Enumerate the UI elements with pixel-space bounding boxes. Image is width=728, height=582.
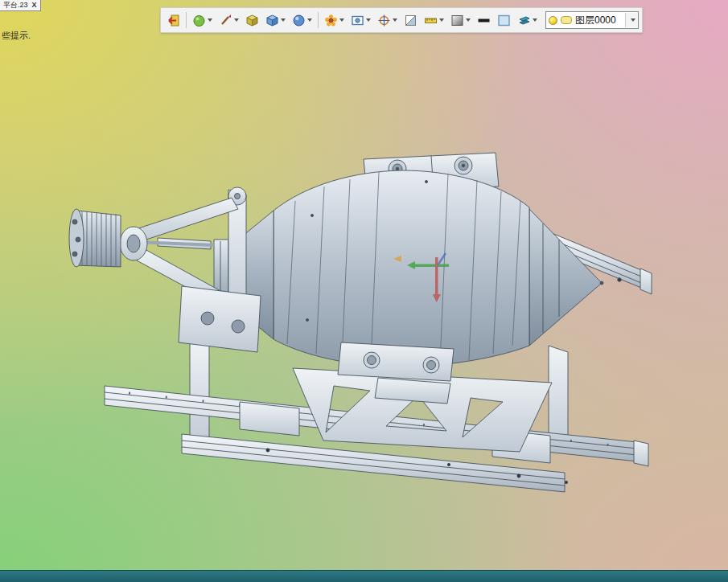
nose-cone[interactable] [529,209,603,346]
dropdown-caret[interactable] [339,18,344,22]
scene-sphere-button[interactable] [290,9,315,31]
top-bolt-right-dot [462,164,465,167]
mid-bolt-left-hex [368,356,376,365]
nose-cone-tip [600,281,603,285]
background-swatch-icon [450,14,464,27]
camera-view-button[interactable] [348,9,373,31]
bearing-hole-2 [232,320,245,333]
document-tab[interactable]: 平台.23 X [0,0,41,11]
decal-flower-icon [324,14,338,27]
texture-cube-icon [265,14,279,27]
exit-appearance-button[interactable] [164,9,183,31]
nose-cone-body[interactable] [529,209,602,346]
dropdown-caret[interactable] [234,18,239,22]
bearing-plate-body[interactable] [179,286,261,352]
dropdown-caret[interactable] [533,18,537,22]
top-bolt-left-dot [396,167,399,170]
edge-display-button[interactable] [475,9,493,31]
mid-mount-plate[interactable] [338,342,454,404]
render-toolbar: 图层0000 [160,7,643,33]
model-assembly[interactable] [69,153,652,492]
barrel-rivet-2 [306,318,308,321]
bearing-plate[interactable] [179,286,261,352]
left-support-leg[interactable] [190,341,209,447]
appearance-cube-icon [245,14,259,27]
dropdown-caret[interactable] [439,18,444,22]
rear-rail-bolt [618,278,622,282]
edit-appearance-button[interactable] [216,9,241,31]
main-barrel-body[interactable] [274,170,529,367]
tab-close-button[interactable]: X [32,2,37,9]
display-layers-icon [517,14,531,27]
background-swatch-button[interactable] [448,9,473,31]
edge-display-icon [477,14,491,27]
main-barrel[interactable] [274,170,529,367]
rear-rail-endcap[interactable] [640,268,652,294]
flange-hole-3 [72,252,77,256]
measure-grid-icon [424,14,438,27]
hint-text: 些提示. [2,30,31,42]
front-rail-endcap[interactable] [634,441,648,466]
toolbar-separator [186,12,187,28]
dropdown-caret[interactable] [393,18,397,22]
barrel-rivet-1 [311,214,313,216]
layer-combobox[interactable]: 图层0000 [545,11,639,29]
dropdown-caret[interactable] [307,18,312,22]
status-bar [0,570,728,582]
display-layers-button[interactable] [515,9,540,31]
document-tab-title: 平台.23 [3,0,28,10]
yoke-arm-upper[interactable] [134,198,238,241]
camera-view-icon [351,14,364,27]
viewport-pane-button[interactable] [495,9,513,31]
appearance-cube-button[interactable] [243,9,261,31]
decal-flower-button[interactable] [322,9,347,31]
scene-sphere-icon [292,14,306,27]
dropdown-caret[interactable] [281,18,286,22]
viewport-pane-icon [497,14,511,27]
cad-application-window: 平台.23 X 些提示. [0,0,728,582]
layer-combobox-caret[interactable] [625,13,638,27]
dropdown-caret[interactable] [466,18,471,22]
ribbed-coupling[interactable] [69,209,121,267]
apply-appearance-icon [192,14,206,27]
dropdown-caret[interactable] [366,18,371,22]
edit-appearance-icon [219,14,232,27]
flange-hole-2 [76,237,80,242]
triad-green-axis [414,264,449,268]
triad-red-axis [435,257,438,296]
toolbar-separator [318,12,319,28]
measure-grid-button[interactable] [422,9,446,31]
hub-bore [127,235,140,252]
mid-bolt-right-hex [427,361,436,370]
bearing-hole-1 [201,312,214,325]
dropdown-caret[interactable] [208,18,212,22]
barrel-rivet-3 [425,180,427,182]
target-point-button[interactable] [375,9,400,31]
texture-cube-button[interactable] [263,9,288,31]
chevron-down-icon [631,18,635,22]
apply-appearance-button[interactable] [190,9,215,31]
bracket-hole-top [235,194,241,199]
layer-combobox-value: 图层0000 [575,14,622,27]
section-view-button[interactable] [401,9,420,31]
viewport-model[interactable] [0,0,728,582]
exit-appearance-icon [167,14,180,27]
lightbulb-icon[interactable] [549,16,557,25]
layer-color-swatch [561,16,572,24]
flange-hole-1 [72,219,77,224]
section-view-icon [404,14,417,27]
target-point-icon [377,14,391,27]
